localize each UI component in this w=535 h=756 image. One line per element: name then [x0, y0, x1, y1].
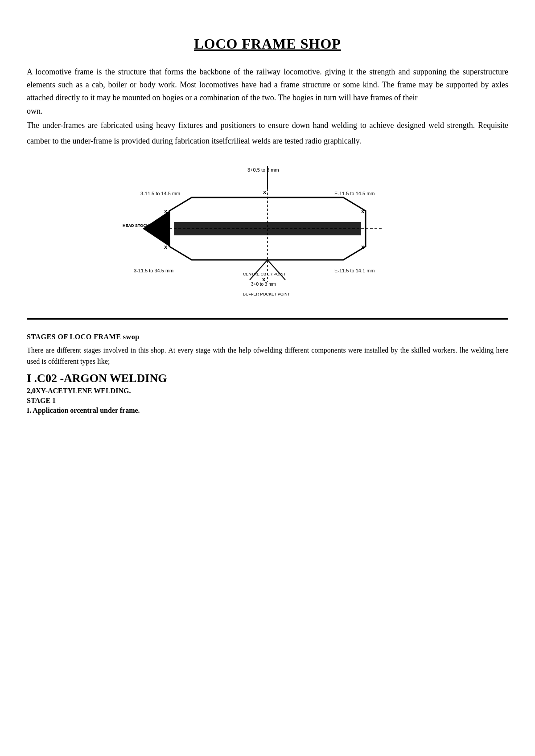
svg-text:E-11.5 to 14.1 mm: E-11.5 to 14.1 mm [334, 268, 375, 273]
svg-text:x: x [361, 243, 365, 250]
intro-paragraph: A locomotive frame is the structure that… [27, 66, 508, 104]
page-title: LOCO FRAME SHOP [27, 36, 508, 52]
frame-diagram: 3+0.5 to 3 mm 3-11.5 to 14.5 mm E-11.5 t… [116, 162, 419, 309]
diagram-container: 3+0.5 to 3 mm 3-11.5 to 14.5 mm E-11.5 t… [27, 162, 508, 309]
svg-text:3-11.5 to 14.5 mm: 3-11.5 to 14.5 mm [140, 191, 180, 196]
stages-paragraph: There are different stages involved in t… [27, 345, 508, 367]
divider-line [27, 318, 508, 320]
svg-text:3+0.5 to 3 mm: 3+0.5 to 3 mm [247, 167, 279, 173]
svg-text:x: x [164, 208, 168, 214]
own-text: own. [27, 107, 508, 116]
svg-text:3-11.5 to 34.5 mm: 3-11.5 to 34.5 mm [134, 268, 173, 273]
svg-text:x: x [263, 189, 267, 195]
stages-heading: STAGES OF LOCO FRAME swop [27, 333, 508, 341]
svg-line-22 [268, 260, 285, 280]
svg-marker-7 [143, 211, 169, 247]
welding-heading: I .C02 -ARGON WELDING [27, 372, 508, 385]
application-text: I. Application orcentral under frame. [27, 407, 508, 415]
svg-text:x: x [164, 243, 168, 250]
svg-text:CENTRE CB LR POINT: CENTRE CB LR POINT [243, 272, 286, 276]
svg-text:HEAD STOCK POINT: HEAD STOCK POINT [123, 223, 163, 228]
svg-text:3+0 to 3 mm: 3+0 to 3 mm [251, 282, 276, 287]
stage-heading: STAGE 1 [27, 397, 508, 405]
under-frames-paragraph: The under-frames are fabricated using he… [27, 118, 508, 148]
svg-text:BUFFER POCKET POINT: BUFFER POCKET POINT [243, 292, 290, 296]
welding-subheading: 2,0XY-ACETYLENE WELDING. [27, 387, 508, 395]
svg-text:E-11.5 to 14.5 mm: E-11.5 to 14.5 mm [334, 191, 375, 196]
svg-text:x: x [361, 208, 365, 214]
